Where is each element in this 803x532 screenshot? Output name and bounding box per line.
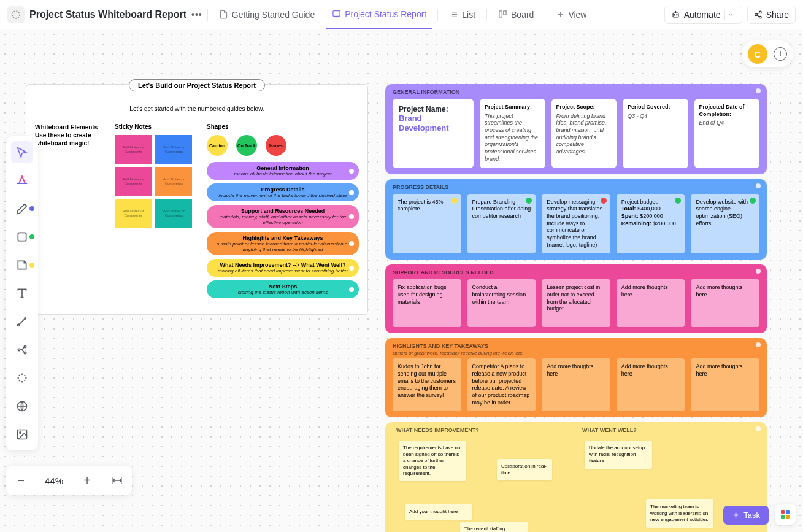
whiteboard-canvas[interactable]: Let's Build our Project Status Report Le… [0,29,803,532]
date-card[interactable]: Projected Date of Completion:End of Q4 [694,99,760,168]
svg-point-26 [24,345,26,347]
share-button[interactable]: Share [747,6,796,24]
improve-note[interactable]: Add your thought here [405,504,472,519]
highlight-note[interactable]: Add more thoughts here [617,358,685,411]
progress-note[interactable]: Develop messaging strategy that translat… [542,194,610,254]
sticky-sample[interactable]: Add Notes or Comments [115,199,152,228]
svg-rect-8 [499,11,502,18]
highlight-note[interactable]: Add more thoughts here [542,358,610,411]
guide-title: Let's Build our Project Status Report [129,79,265,91]
svg-point-30 [20,432,21,434]
more-icon[interactable]: ••• [191,10,202,20]
legend-pill[interactable]: Support and Resources Neededmaterials, m… [207,205,359,228]
legend-pill[interactable]: Next Stepsclosing the status report with… [207,280,359,298]
svg-point-14 [676,15,677,15]
tab-getting-started[interactable]: Getting Started Guide [213,0,321,29]
automate-button[interactable]: Automate [664,6,742,24]
improve-note[interactable]: Collaboration in real-time [497,459,552,480]
support-note[interactable]: Fix application bugs used for designing … [393,279,461,327]
user-info-pill: C i [742,40,793,67]
section-support[interactable]: SUPPORT AND RESOURCES NEEDED Fix applica… [385,264,767,333]
add-view[interactable]: View [550,0,593,29]
guide-col1: Whiteboard Elements Use these to create … [35,123,102,302]
period-card[interactable]: Period Covered:Q3 - Q4 [623,99,688,168]
section-header: SUPPORT AND RESOURCES NEEDED [389,268,763,277]
progress-note[interactable]: Project budget: Total: $400,000 Spent: $… [617,194,685,254]
svg-point-25 [18,349,20,350]
svg-point-18 [759,16,761,18]
plus-icon [732,511,740,519]
svg-point-16 [759,11,761,13]
issues-circle[interactable]: Issues [266,135,286,156]
connector-tool[interactable] [11,310,33,333]
highlight-note[interactable]: Kudos to John for sending out multiple e… [393,358,461,411]
svg-rect-1 [333,11,340,17]
scope-card[interactable]: Project Scope:From defining brand idea, … [551,99,617,168]
svg-rect-21 [18,233,26,241]
legend-pill[interactable]: General Informationmeans all basic infor… [207,162,359,180]
web-tool[interactable] [11,395,33,417]
caution-circle[interactable]: Caution [207,135,228,156]
info-icon[interactable]: i [774,47,787,61]
robot-icon [671,10,680,19]
zoom-value: 44% [36,476,72,486]
highlight-note[interactable]: Add more thoughts here [691,358,759,411]
zoom-in-button[interactable]: + [72,466,102,495]
legend-pill[interactable]: What Needs Improvement? --> What Went We… [207,259,359,277]
zoom-out-button[interactable]: − [6,466,36,495]
sticky-sample[interactable]: Add Notes or Comments [155,135,192,164]
chevron-down-icon[interactable] [724,10,736,20]
ai-tool[interactable] [11,169,33,191]
text-tool[interactable] [11,282,33,304]
section-progress[interactable]: PROGRESS DETAILS The project is 45% comp… [385,179,767,260]
apps-button[interactable] [775,504,796,525]
progress-note[interactable]: The project is 45% complete. [393,194,461,254]
wentwell-note[interactable]: Update the account setup with facial rec… [585,441,652,468]
section-header: WHAT WENT WELL? [578,426,759,434]
pen-tool[interactable] [11,198,33,220]
avatar[interactable]: C [748,44,767,64]
support-note[interactable]: Conduct a brainstorming session within t… [467,279,536,327]
section-header: PROGRESS DETAILS [389,183,763,191]
plus-icon [556,10,564,18]
svg-point-24 [18,324,20,326]
status-report[interactable]: GENERAL INFORMATION Project Name: Brand … [385,84,767,532]
image-tool[interactable] [11,423,33,445]
improve-note[interactable]: The recent staffing changes may delay th… [460,522,528,532]
section-header: WHAT NEEDS IMPROVEMENT? [393,426,574,434]
progress-note[interactable]: Prepare Branding Presentation after doin… [467,194,536,254]
tab-list[interactable]: List [443,0,482,29]
sticky-sample[interactable]: Add Notes or Comments [155,199,192,228]
support-note[interactable]: Lessen project cost in order not to exce… [542,279,610,327]
tab-board[interactable]: Board [492,0,540,29]
ontrack-circle[interactable]: On Track [236,135,257,156]
sticky-sample[interactable]: Add Notes or Comments [155,167,192,196]
legend-pill[interactable]: Progress Detailsinclude the movement of … [207,183,359,201]
section-improve[interactable]: WHAT NEEDS IMPROVEMENT? The requirements… [385,422,767,532]
support-note[interactable]: Add more thoughts here [691,279,759,327]
section-general[interactable]: GENERAL INFORMATION Project Name: Brand … [385,84,767,174]
project-name-card[interactable]: Project Name: Brand Development [393,99,474,168]
legend-pill[interactable]: Highlights and Key Takeawaysa main point… [207,232,359,255]
shape-tool[interactable] [11,226,33,248]
whiteboard-icon [332,9,341,18]
sticky-sample[interactable]: Add Notes or Comments [115,135,152,164]
section-highlights[interactable]: HIGHLIGHTS AND KEY TAKEAWAYS Bullets of … [385,338,767,417]
section-sub: Bullets of great work, feedback receive … [389,350,763,356]
support-note[interactable]: Add more thoughts here [617,279,685,327]
sparkle-tool[interactable] [11,367,33,389]
guide-panel[interactable]: Let's Build our Project Status Report Le… [26,84,368,315]
wentwell-note[interactable]: The marketing team is working with leade… [646,499,713,527]
progress-note[interactable]: Develop website with search engine optim… [691,194,759,254]
sticky-sample[interactable]: Add Notes or Comments [115,167,152,196]
link-tool[interactable] [11,339,33,361]
sticky-heading: Sticky Notes [115,123,194,130]
fit-width-button[interactable] [102,466,132,495]
summary-card[interactable]: Project Summary:This project streamlines… [480,99,545,168]
improve-note[interactable]: The requirements have not been signed of… [399,441,466,481]
sticky-tool[interactable] [11,254,33,276]
tab-project-status[interactable]: Project Status Report [326,0,432,29]
select-tool[interactable] [11,141,33,163]
highlight-note[interactable]: Competitor A plans to release a new prod… [467,358,536,411]
task-button[interactable]: Task [723,506,769,525]
